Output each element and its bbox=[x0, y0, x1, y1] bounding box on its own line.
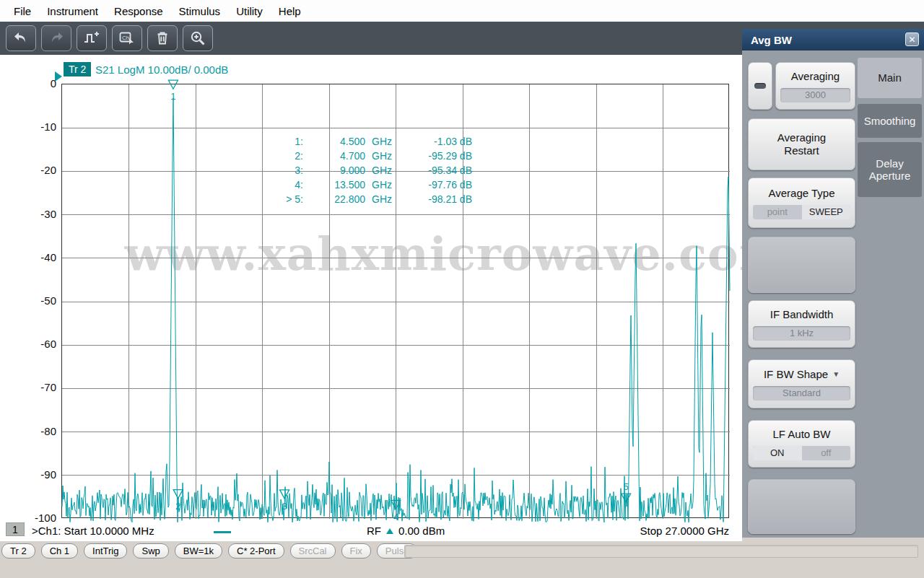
y-tick-label: -20 bbox=[0, 163, 56, 178]
tab-main[interactable]: Main bbox=[858, 58, 922, 98]
y-tick-label: -60 bbox=[0, 337, 56, 351]
marker-readout-row: 3:9.000GHz-95.34 dB bbox=[273, 163, 472, 178]
marker-readout-row: > 5:22.800GHz-98.21 dB bbox=[273, 192, 472, 206]
marker-frequency: 4.500 bbox=[303, 136, 365, 147]
start-frequency-label: >Ch1: Start 10.0000 MHz bbox=[32, 525, 154, 537]
marker-label: > 5: bbox=[273, 193, 303, 205]
marker-value: -97.76 dB bbox=[398, 179, 472, 191]
marker-1-glyph[interactable] bbox=[168, 80, 178, 89]
menu-item-stimulus[interactable]: Stimulus bbox=[171, 2, 229, 20]
averaging-button[interactable]: Averaging 3000 bbox=[775, 62, 855, 110]
bottom-button-srccal: SrcCal bbox=[290, 543, 336, 559]
zoom-in-button[interactable] bbox=[183, 25, 213, 51]
toggle-slot-icon bbox=[754, 83, 766, 89]
marker-readout-row: 2:4.700GHz-95.29 dB bbox=[273, 149, 472, 163]
marker-label: 1: bbox=[273, 136, 303, 147]
undo-button[interactable] bbox=[6, 25, 36, 51]
add-pulse-button[interactable] bbox=[77, 25, 107, 51]
bottom-button-inttrig[interactable]: IntTrig bbox=[84, 543, 127, 559]
bottom-button-ch-1[interactable]: Ch 1 bbox=[41, 543, 78, 559]
bottom-button-tr-2[interactable]: Tr 2 bbox=[1, 543, 35, 559]
y-tick-label: -50 bbox=[0, 294, 56, 308]
averaging-enable-toggle[interactable] bbox=[748, 62, 772, 110]
menu-item-file[interactable]: File bbox=[6, 2, 39, 20]
close-button[interactable]: ✕ bbox=[905, 32, 919, 46]
chevron-down-icon: ▼ bbox=[832, 370, 840, 379]
if-bandwidth-button[interactable]: IF Bandwidth 1 kHz bbox=[748, 300, 855, 348]
menu-item-utility[interactable]: Utility bbox=[228, 2, 271, 20]
marker-frequency: 22.800 bbox=[303, 193, 365, 205]
menu-item-help[interactable]: Help bbox=[271, 2, 309, 20]
side-panel-header: Avg BW bbox=[742, 29, 924, 51]
lf-auto-bw-label: LF Auto BW bbox=[772, 428, 830, 441]
close-icon: ✕ bbox=[908, 35, 915, 45]
marker-label: 3: bbox=[273, 165, 303, 176]
bottom-button-bar: Tr 2Ch 1IntTrigSwpBW=1kC* 2-PortSrcCalFi… bbox=[1, 543, 417, 559]
marker-value: -95.29 dB bbox=[398, 150, 472, 162]
y-tick-label: -30 bbox=[0, 207, 56, 222]
marker-value: -95.34 dB bbox=[398, 165, 472, 176]
y-tick-label: -70 bbox=[0, 380, 56, 395]
tab-delay-aperture[interactable]: Delay Aperture bbox=[858, 142, 922, 197]
trash-icon bbox=[153, 30, 172, 47]
marker-readout-row: 1:4.500GHz-1.03 dB bbox=[273, 134, 472, 149]
copy-channel-icon: Ch bbox=[118, 30, 136, 47]
redo-icon bbox=[47, 30, 66, 47]
rf-power-value: 0.00 dBm bbox=[398, 525, 445, 537]
marker-readout: 1:4.500GHz-1.03 dB2:4.700GHz-95.29 dB3:9… bbox=[273, 134, 472, 206]
rf-level-marker-icon bbox=[386, 528, 393, 534]
option-off[interactable]: off bbox=[802, 446, 851, 460]
bottom-button-swp[interactable]: Swp bbox=[133, 543, 168, 559]
side-panel-title: Avg BW bbox=[751, 34, 792, 46]
menu-item-response[interactable]: Response bbox=[106, 2, 171, 20]
y-tick-label: -10 bbox=[0, 120, 56, 134]
if-bandwidth-value: 1 kHz bbox=[753, 326, 850, 341]
y-tick-label: -90 bbox=[0, 468, 56, 482]
trace-badge[interactable]: Tr 2 bbox=[64, 62, 91, 76]
menu-item-instrument[interactable]: Instrument bbox=[39, 2, 106, 20]
pulse-add-icon bbox=[82, 30, 101, 47]
undo-icon bbox=[12, 30, 30, 47]
zoom-in-icon bbox=[188, 30, 207, 47]
marker-label: 4: bbox=[273, 179, 303, 191]
message-field bbox=[404, 545, 918, 558]
marker-frequency: 4.700 bbox=[303, 150, 365, 162]
averaging-restart-label: Averaging Restart bbox=[767, 131, 837, 157]
copy-channel-button[interactable]: Ch bbox=[112, 25, 142, 51]
if-bw-shape-value: Standard bbox=[753, 386, 850, 400]
marker-2-number: 2 bbox=[175, 501, 180, 512]
marker-unit: GHz bbox=[365, 150, 398, 162]
if-bw-shape-button[interactable]: IF BW Shape ▼ Standard bbox=[748, 359, 855, 408]
marker-unit: GHz bbox=[365, 165, 398, 176]
blank-button-1 bbox=[748, 237, 855, 293]
option-point[interactable]: point bbox=[753, 205, 802, 219]
if-bandwidth-label: IF Bandwidth bbox=[770, 308, 834, 321]
trace-legend-dash bbox=[214, 531, 231, 533]
tab-smoothing[interactable]: Smoothing bbox=[858, 104, 922, 138]
vna-application-window: FileInstrumentResponseStimulusUtilityHel… bbox=[0, 0, 924, 578]
bottom-button-bw-1k[interactable]: BW=1k bbox=[175, 543, 222, 559]
averaging-label: Averaging bbox=[791, 70, 840, 83]
option-sweep[interactable]: SWEEP bbox=[802, 205, 851, 219]
stop-frequency-label: Stop 27.0000 GHz bbox=[592, 525, 729, 537]
marker-value: -1.03 dB bbox=[398, 136, 472, 147]
bottom-button-c-2-port[interactable]: C* 2-Port bbox=[228, 543, 284, 559]
marker-frequency: 13.500 bbox=[303, 179, 365, 191]
marker-unit: GHz bbox=[365, 136, 398, 147]
average-type-label: Average Type bbox=[768, 187, 834, 200]
blank-button-2 bbox=[748, 479, 855, 534]
marker-frequency: 9.000 bbox=[303, 165, 365, 176]
delete-button[interactable] bbox=[147, 25, 178, 51]
average-type-button[interactable]: Average Type pointSWEEP bbox=[748, 178, 855, 228]
averaging-value: 3000 bbox=[780, 88, 850, 102]
marker-unit: GHz bbox=[365, 193, 398, 205]
averaging-restart-button[interactable]: Averaging Restart bbox=[748, 118, 855, 170]
marker-readout-row: 4:13.500GHz-97.76 dB bbox=[273, 178, 472, 192]
rf-label: RF bbox=[367, 525, 381, 537]
marker-5-glyph[interactable] bbox=[622, 494, 631, 502]
lf-auto-bw-button[interactable]: LF Auto BW ONoff bbox=[748, 420, 855, 468]
bottom-button-fix: Fix bbox=[341, 543, 371, 559]
redo-button bbox=[41, 25, 71, 51]
marker-label: 2: bbox=[273, 150, 303, 162]
option-on[interactable]: ON bbox=[753, 446, 802, 460]
